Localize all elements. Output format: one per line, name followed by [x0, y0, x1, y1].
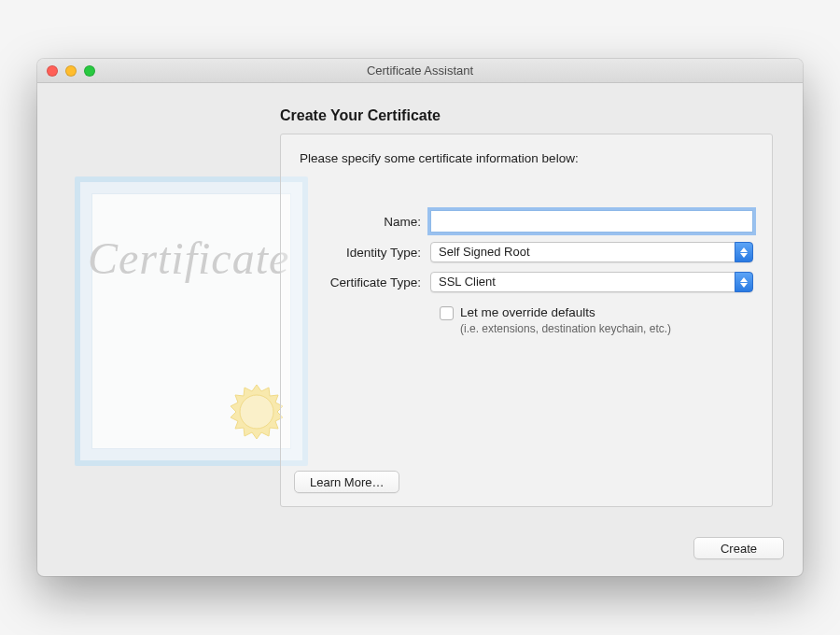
chevron-up-down-icon	[735, 242, 753, 262]
certificate-illustration: Certificate	[75, 176, 308, 466]
name-input[interactable]	[430, 210, 753, 233]
identity-type-label: Identity Type:	[300, 246, 430, 260]
titlebar: Certificate Assistant	[37, 59, 803, 83]
override-checkbox[interactable]	[440, 306, 454, 320]
create-button[interactable]: Create	[693, 537, 784, 559]
name-label: Name:	[300, 215, 430, 229]
identity-type-value: Self Signed Root	[430, 242, 753, 262]
row-identity-type: Identity Type: Self Signed Root	[300, 242, 753, 262]
row-certificate-type: Certificate Type: SSL Client	[300, 272, 753, 292]
identity-type-select[interactable]: Self Signed Root	[430, 242, 753, 262]
form-panel: Please specify some certificate informat…	[280, 134, 773, 507]
certificate-type-select[interactable]: SSL Client	[430, 272, 753, 292]
content-area: Certificate Create Your Certificate Plea…	[37, 83, 803, 526]
certificate-type-value: SSL Client	[430, 272, 753, 292]
page-heading: Create Your Certificate	[280, 107, 773, 124]
window-title: Certificate Assistant	[37, 64, 803, 78]
certificate-assistant-window: Certificate Assistant Certificate Create…	[37, 59, 803, 576]
chevron-up-down-icon	[735, 272, 753, 292]
learn-more-button[interactable]: Learn More…	[294, 471, 399, 493]
instruction-text: Please specify some certificate informat…	[300, 151, 753, 165]
certificate-type-label: Certificate Type:	[300, 275, 430, 289]
override-label[interactable]: Let me override defaults	[460, 305, 595, 319]
row-override: Let me override defaults	[440, 305, 753, 320]
row-name: Name:	[300, 210, 753, 233]
override-sublabel: (i.e. extensions, destination keychain, …	[460, 322, 753, 335]
footer: Create	[37, 526, 803, 576]
svg-point-0	[240, 395, 273, 429]
